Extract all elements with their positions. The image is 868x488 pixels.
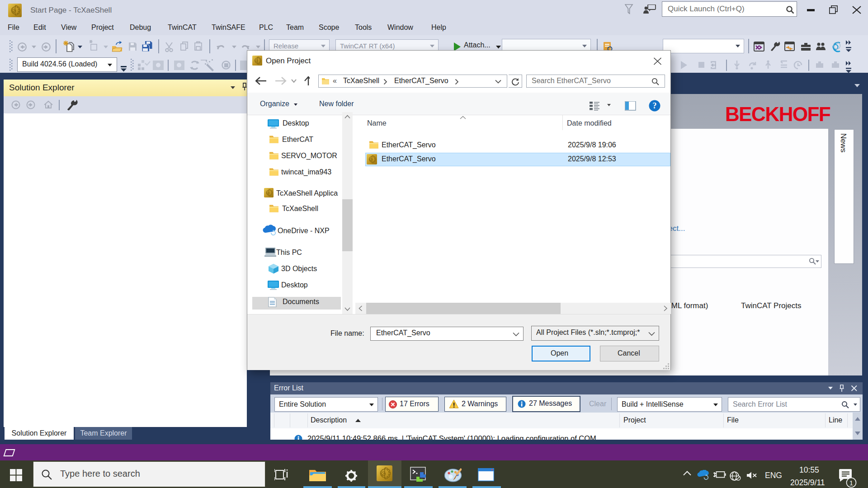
svg-text:1: 1 <box>849 479 853 487</box>
svg-text:?: ? <box>653 101 657 110</box>
